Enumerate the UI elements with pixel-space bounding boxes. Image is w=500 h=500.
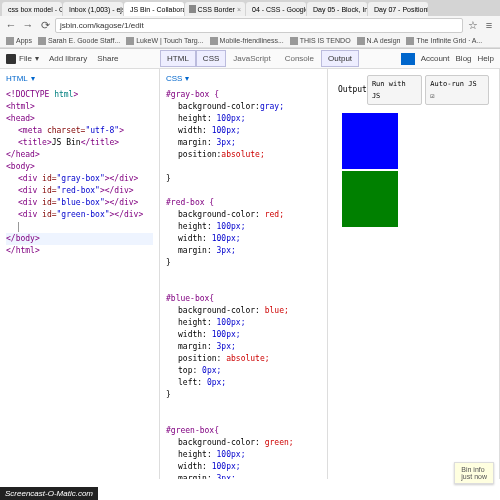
page-icon: [126, 37, 134, 45]
tab-label: Day 05 - Block, Inlin: [313, 6, 367, 13]
page-icon: [38, 37, 46, 45]
apps-icon: [6, 37, 14, 45]
pane-title: HTML: [6, 73, 28, 85]
panel-console[interactable]: Console: [278, 50, 321, 67]
autorun-toggle[interactable]: Auto-run JS ☑: [425, 75, 489, 105]
help-link[interactable]: Help: [478, 54, 494, 63]
watermark: Screencast-O-Matic.com: [0, 487, 98, 500]
green-box: [342, 171, 398, 227]
tab[interactable]: css box model - Go×: [2, 2, 62, 16]
chevron-down-icon[interactable]: ▾: [31, 73, 35, 85]
browser-tabs: css box model - Go× Inbox (1,003) - ejse…: [0, 0, 500, 16]
tab-label: Day 07 - Positionin: [374, 6, 428, 13]
html-editor[interactable]: HTML▾ <!DOCTYPE html> <html> <head> <met…: [0, 69, 160, 479]
tab[interactable]: Day 05 - Block, Inlin: [307, 2, 367, 16]
share-button[interactable]: Share: [97, 54, 118, 63]
chevron-down-icon: ▾: [35, 54, 39, 63]
url-input[interactable]: jsbin.com/kagose/1/edit: [55, 18, 463, 33]
bookmark-item[interactable]: LukeW | Touch Targ...: [126, 37, 203, 45]
panel-js[interactable]: JavaScript: [226, 50, 277, 67]
bin-icon[interactable]: [401, 53, 415, 65]
tab-label: CSS Border: [198, 6, 235, 13]
pane-title: CSS: [166, 73, 182, 85]
tab[interactable]: 04 - CSS - Google D: [246, 2, 306, 16]
tab-label: Inbox (1,003) - ejse: [69, 6, 123, 13]
pane-title: Output: [338, 84, 367, 96]
output-pane: Output Run with JS Auto-run JS ☑: [328, 69, 500, 479]
back-icon[interactable]: ←: [4, 18, 18, 32]
tab-label: css box model - Go: [8, 6, 62, 13]
account-link[interactable]: Account: [421, 54, 450, 63]
bookmarks-bar: Apps Sarah E. Goode Staff... LukeW | Tou…: [0, 34, 500, 48]
bookmark-item[interactable]: Mobile-friendliness...: [210, 37, 284, 45]
page-icon: [290, 37, 298, 45]
menu-icon[interactable]: ≡: [482, 18, 496, 32]
bin-info-popup[interactable]: Bin info just now: [454, 462, 494, 484]
panel-css[interactable]: CSS: [196, 50, 226, 67]
blog-link[interactable]: Blog: [456, 54, 472, 63]
page-icon: [210, 37, 218, 45]
jsbin-logo-icon: [6, 54, 16, 64]
bin-info-time: just now: [461, 473, 487, 480]
css-editor[interactable]: CSS▾ #gray-box { background-color:gray; …: [160, 69, 328, 479]
add-library-button[interactable]: Add library: [49, 54, 87, 63]
tab[interactable]: Day 07 - Positionin: [368, 2, 428, 16]
panel-html[interactable]: HTML: [160, 50, 196, 67]
chevron-down-icon[interactable]: ▾: [185, 73, 189, 85]
url-text: jsbin.com/kagose/1/edit: [60, 21, 144, 30]
bookmark-item[interactable]: N.A design: [357, 37, 401, 45]
text-cursor: [18, 222, 19, 232]
page-icon: [406, 37, 414, 45]
bookmark-item[interactable]: The Infinite Grid · A...: [406, 37, 482, 45]
page-icon: [357, 37, 365, 45]
favicon: [189, 5, 196, 13]
tab-label: 04 - CSS - Google D: [252, 6, 306, 13]
file-menu[interactable]: File ▾: [6, 54, 39, 64]
output-canvas: [340, 113, 487, 227]
bin-info-title: Bin info: [461, 466, 487, 473]
bookmark-item[interactable]: Sarah E. Goode Staff...: [38, 37, 120, 45]
forward-icon[interactable]: →: [21, 18, 35, 32]
run-button[interactable]: Run with JS: [367, 75, 422, 105]
apps-button[interactable]: Apps: [6, 37, 32, 45]
tab[interactable]: CSS Border×: [185, 2, 245, 16]
star-icon[interactable]: ☆: [466, 18, 480, 32]
reload-icon[interactable]: ⟳: [38, 18, 52, 32]
tab[interactable]: Inbox (1,003) - ejse×: [63, 2, 123, 16]
close-icon[interactable]: ×: [237, 6, 241, 13]
bookmark-item[interactable]: THIS IS TENDO: [290, 37, 351, 45]
blue-box: [342, 113, 398, 169]
panel-output[interactable]: Output: [321, 50, 359, 67]
tab-label: JS Bin - Collaborati: [130, 6, 184, 13]
tab-active[interactable]: JS Bin - Collaborati×: [124, 2, 184, 16]
